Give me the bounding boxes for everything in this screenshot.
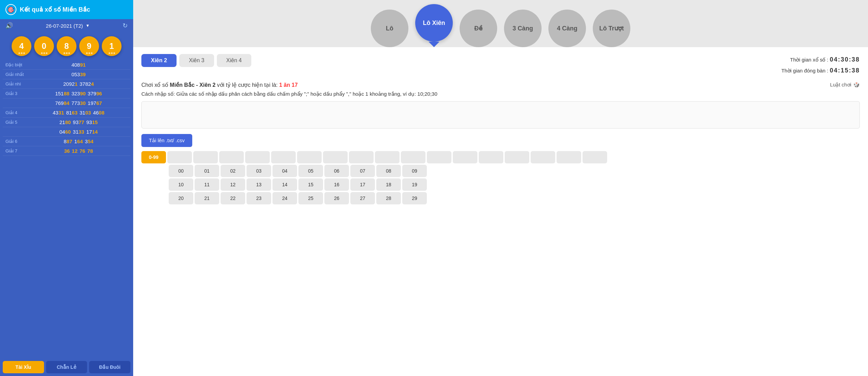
lottery-balls: 4 0 8 9 1 [0,32,133,60]
num-04[interactable]: 04 [272,165,297,177]
upload-button[interactable]: Tải lên .txt/ .csv [141,134,192,147]
num-21[interactable]: 21 [195,192,219,204]
num-empty-2[interactable] [193,151,218,163]
num-27[interactable]: 27 [350,192,375,204]
num-10[interactable]: 10 [169,178,193,191]
time-value1: 04:30:38 [830,56,860,63]
num-empty-16[interactable] [557,151,581,163]
num-12[interactable]: 12 [221,178,245,191]
num-28[interactable]: 28 [376,192,401,204]
g3-v6: 19767 [88,100,102,106]
num-17[interactable]: 17 [350,178,375,191]
chanle-button[interactable]: Chẵn Lẻ [46,361,87,373]
num-empty-1[interactable] [167,151,192,163]
num-empty-4[interactable] [245,151,270,163]
result-row-4: Giải 4 4331 8163 3103 4608 [3,108,130,118]
dacbiet-value: 40891 [71,62,86,68]
g6-v2: 164 [74,138,83,144]
num-empty-13[interactable] [479,151,503,163]
num-13[interactable]: 13 [247,178,271,191]
num-empty-3[interactable] [219,151,244,163]
ball-5: 1 [102,36,122,56]
num-02[interactable]: 02 [221,165,245,177]
refresh-icon[interactable]: ↻ [123,22,128,29]
num-15[interactable]: 15 [298,178,323,191]
num-06[interactable]: 06 [324,165,349,177]
num-empty-10[interactable] [401,151,425,163]
num-16[interactable]: 16 [324,178,349,191]
num-29[interactable]: 29 [402,192,427,204]
number-row-2: 10 11 12 13 14 15 16 17 18 19 [141,178,860,191]
num-18[interactable]: 18 [376,178,401,191]
info-icon: 🎲 [853,82,860,88]
g5-v4: 0460 [59,129,71,135]
g4-v1: 4331 [53,110,64,116]
g3-v2: 32390 [71,91,86,96]
g5-v6: 1714 [86,129,98,135]
num-19[interactable]: 19 [402,178,427,191]
num-01[interactable]: 01 [195,165,219,177]
tab-item-lo: Lô [367,10,412,47]
ball-2: 0 [34,36,54,56]
num-08[interactable]: 08 [376,165,401,177]
sidebar-title: Kết quả xổ số Miền Bắc [20,6,90,13]
luat-choi-link[interactable]: Luật chơi 🎲 [830,82,860,88]
result-row-7: Giải 7 36 12 76 78 [3,146,130,156]
g7-v3: 76 [80,148,85,154]
dauduoi-button[interactable]: Đầu Đuôi [89,361,130,373]
tab-item-lotruot: Lô Trượt [589,10,634,47]
tab-de[interactable]: Đề [460,10,497,47]
num-empty-11[interactable] [427,151,451,163]
num-09[interactable]: 09 [402,165,427,177]
sub-tab-xien3[interactable]: Xiên 3 [179,54,214,67]
num-22[interactable]: 22 [221,192,245,204]
num-empty-17[interactable] [583,151,607,163]
date-row: 🔊 26-07-2021 (T2) ▼ ↻ [0,19,133,32]
g6-v3: 354 [85,138,94,144]
tab-lo[interactable]: Lô [371,10,408,47]
g5-v1: 2180 [59,119,71,125]
speaker-icon[interactable]: 🔊 [5,22,13,29]
num-empty-7[interactable] [323,151,348,163]
date-selector[interactable]: 26-07-2021 (T2) ▼ [46,23,89,29]
g7-v2: 12 [72,148,78,154]
num-24[interactable]: 24 [272,192,297,204]
num-empty-14[interactable] [505,151,529,163]
number-grid: 0-99 00 [141,151,860,204]
num-14[interactable]: 14 [272,178,297,191]
num-23[interactable]: 23 [247,192,271,204]
num-empty-8[interactable] [349,151,374,163]
num-empty-9[interactable] [375,151,400,163]
number-input-area[interactable] [141,101,860,129]
tab-3cang[interactable]: 3 Càng [504,10,542,47]
g5-v5: 3133 [73,129,84,135]
input-instruction: Cách nhập số: Giữa các số nhập dấu phân … [141,91,860,97]
g7-v4: 78 [87,148,93,154]
sub-tab-xien4[interactable]: Xiên 4 [217,54,251,67]
ball-3: 8 [57,36,76,56]
g3-v4: 76984 [55,100,69,106]
dropdown-arrow-icon[interactable]: ▼ [86,23,90,28]
num-07[interactable]: 07 [350,165,375,177]
range-all-button[interactable]: 0-99 [141,151,166,163]
num-empty-6[interactable] [297,151,322,163]
num-empty-15[interactable] [531,151,555,163]
num-00[interactable]: 00 [169,165,193,177]
num-empty-5[interactable] [271,151,296,163]
num-03[interactable]: 03 [247,165,271,177]
date-label: 26-07-2021 (T2) [46,23,83,29]
tab-loxien[interactable]: Lô Xiên [415,4,453,42]
tab-item-de: Đề [456,10,501,47]
tab-4cang[interactable]: 4 Càng [548,10,586,47]
tab-lotruot[interactable]: Lô Trượt [593,10,630,47]
num-20[interactable]: 20 [169,192,193,204]
g3-v3: 37996 [88,91,102,96]
num-11[interactable]: 11 [195,178,219,191]
num-25[interactable]: 25 [298,192,323,204]
num-empty-12[interactable] [453,151,477,163]
time-value2: 04:15:38 [830,67,860,74]
taixiu-button[interactable]: Tài Xỉu [3,361,44,373]
sub-tab-xien2[interactable]: Xiên 2 [141,54,177,67]
num-26[interactable]: 26 [324,192,349,204]
num-05[interactable]: 05 [298,165,323,177]
